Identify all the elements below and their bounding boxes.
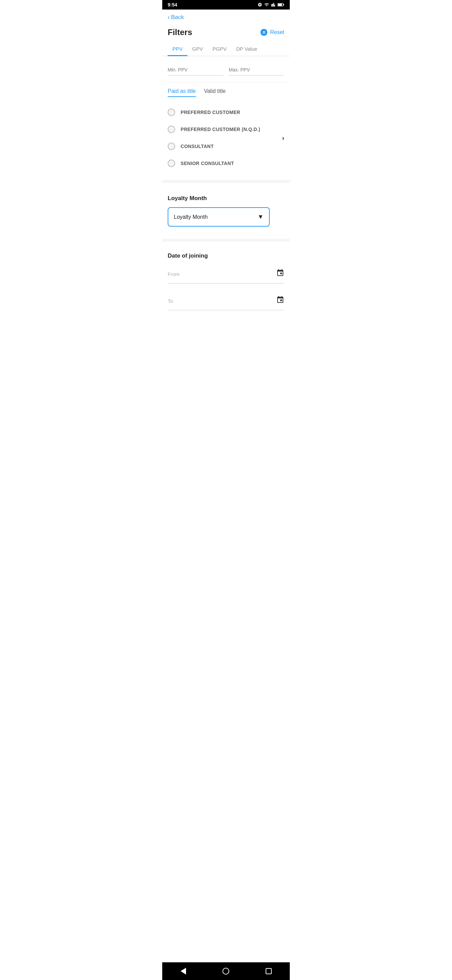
tab-dpvalue[interactable]: DP Value [231,43,262,56]
calendar-to-icon[interactable] [276,296,284,306]
min-ppv-input[interactable] [168,64,224,76]
header-row: Filters Reset [162,25,290,43]
status-icons [257,2,284,7]
radio-item-senior-consultant[interactable]: SENIOR CONSULTANT [168,155,284,172]
radio-list: PREFERRED CUSTOMER PREFERRED CUSTOMER (N… [162,101,290,175]
back-label: Back [171,14,184,21]
reset-icon [260,28,268,37]
title-tabs-row: Paid as title Valid title [162,83,290,101]
tabs-row: PPV GPV PGPV DP Value [162,43,290,56]
section-divider-1 [162,180,290,183]
max-ppv-group [229,64,285,76]
min-ppv-group [168,64,224,76]
dropdown-arrow-icon: ▼ [257,213,263,221]
radio-label-preferred: PREFERRED CUSTOMER [181,110,241,115]
svg-rect-1 [283,4,284,5]
loyalty-dropdown-text: Loyalty Month [174,214,208,220]
radio-label-senior-consultant: SENIOR CONSULTANT [181,161,234,166]
radio-item-consultant[interactable]: CONSULTANT › [168,138,284,155]
max-ppv-input[interactable] [229,64,285,76]
wifi-icon [264,2,270,7]
reset-button[interactable]: Reset [260,28,284,37]
radio-circle-preferred-nqd [168,126,175,133]
status-bar: 9:54 [162,0,290,10]
ppv-inputs [162,62,290,82]
tab-ppv[interactable]: PPV [168,43,187,56]
battery-icon [278,3,284,7]
radio-item-preferred-nqd[interactable]: PREFERRED CUSTOMER (N.Q.D.) [168,121,284,138]
radio-circle-consultant [168,143,175,150]
svg-rect-2 [278,4,282,6]
radio-label-consultant: CONSULTANT [181,143,214,149]
date-from-row: From [168,265,284,283]
section-divider-2 [162,239,290,242]
date-from-placeholder: From [168,271,276,277]
settings-icon [257,2,262,7]
back-button[interactable]: ‹ Back [168,14,184,21]
reset-label: Reset [270,29,284,35]
radio-label-preferred-nqd: PREFERRED CUSTOMER (N.Q.D.) [181,127,260,132]
calendar-from-icon[interactable] [276,269,284,279]
tab-paid-as-title[interactable]: Paid as title [168,88,196,97]
date-to-row: To [168,292,284,310]
chevron-right-icon: › [282,134,284,142]
loyalty-section-title: Loyalty Month [168,195,284,202]
tab-gpv[interactable]: GPV [187,43,208,56]
nav-bar: ‹ Back [162,10,290,25]
tab-pgpv[interactable]: PGPV [208,43,232,56]
date-to-placeholder: To [168,298,276,304]
radio-item-preferred[interactable]: PREFERRED CUSTOMER [168,104,284,121]
status-time: 9:54 [168,2,177,8]
signal-icon [271,2,276,7]
tab-valid-title[interactable]: Valid title [204,88,226,97]
loyalty-section: Loyalty Month Loyalty Month ▼ [162,188,290,234]
date-section: Date of joining From To [162,247,290,325]
page-title: Filters [168,27,192,37]
radio-circle-preferred [168,108,175,116]
date-section-title: Date of joining [168,253,284,259]
loyalty-dropdown[interactable]: Loyalty Month ▼ [168,207,270,227]
back-arrow-icon: ‹ [168,14,170,21]
radio-circle-senior-consultant [168,159,175,167]
